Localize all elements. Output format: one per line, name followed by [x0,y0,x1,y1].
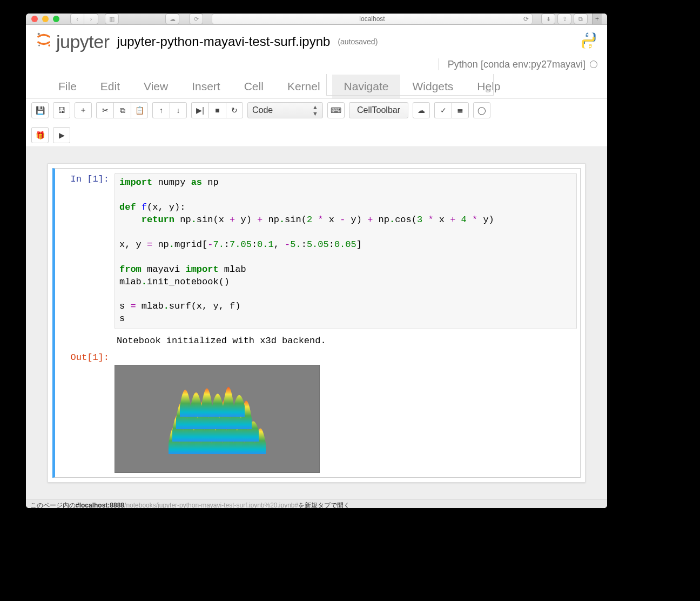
output-prompt: Out[1]: [55,349,115,363]
kernel-name[interactable]: Python [conda env:py27mayavi] [448,59,585,70]
youtube-icon[interactable]: ▶ [53,127,70,143]
cut-button[interactable]: ✂ [96,102,113,118]
autosave-status: (autosaved) [338,37,378,46]
svg-point-0 [38,33,40,35]
save-alt-button[interactable]: 🖫 [53,102,70,118]
input-prompt: In [1]: [55,171,115,475]
reload-icon[interactable]: ⟳ [523,15,529,23]
svg-point-1 [48,44,50,46]
gift-icon[interactable]: 🎁 [31,127,49,143]
surface-plot-icon [147,373,287,465]
move-down-button[interactable]: ↓ [170,102,187,118]
status-suffix: を新規タブで開く [298,502,350,508]
save-button[interactable]: 💾 [31,102,49,118]
status-prefix: このページ内の [30,502,76,508]
menu-widgets[interactable]: Widgets [400,75,465,98]
browser-window: ‹ › ▥ ☁ ⟳ localhost ⟳ ⬇ ⇪ ⧉ + [26,14,607,508]
restart-button[interactable]: ↻ [226,102,243,118]
jupyter-logo-icon [35,30,53,53]
forward-button[interactable]: › [84,14,98,24]
menu-edit[interactable]: Edit [89,75,132,98]
back-button[interactable]: ‹ [70,14,84,24]
github-icon[interactable]: ◯ [473,102,490,118]
status-host: #localhost:8888 [76,502,124,508]
svg-point-2 [38,45,40,46]
stop-button[interactable]: ■ [208,102,226,118]
notebook-scroll-area[interactable]: In [1]: import numpy as np def f(x, y): … [26,147,607,499]
status-path: /notebooks/jupyter-python-mayavi-test-su… [124,502,298,508]
cell-toolbar-label: CellToolbar [357,105,400,115]
kernel-status-idle-icon[interactable] [590,61,597,68]
run-button[interactable]: ▶| [191,102,208,118]
toolbar: 💾 🖫 ＋ ✂ ⧉ 📋 ↑ ↓ ▶| ■ ↻ Code ▲▼ ⌨ [26,99,607,147]
move-up-button[interactable]: ↑ [152,102,170,118]
keyboard-icon[interactable]: ⌨ [327,102,345,118]
output-text: Notebook initialized with x3d backend. [115,329,577,349]
mayavi-3d-output[interactable] [115,365,320,473]
kernel-divider [439,58,439,70]
kernel-indicator-row: Python [conda env:py27mayavi] [26,55,607,75]
list-icon[interactable]: ≣ [452,102,469,118]
menu-insert[interactable]: Insert [180,75,232,98]
menu-navigate[interactable]: Navigate [332,75,401,98]
copy-button[interactable]: ⧉ [113,102,131,118]
share-icon[interactable]: ⇪ [557,14,571,24]
maximize-window-icon[interactable] [53,16,59,22]
close-window-icon[interactable] [31,16,38,22]
cell-toolbar-button[interactable]: CellToolbar [349,102,408,118]
svg-point-4 [589,45,591,47]
downloads-icon[interactable]: ⬇ [541,14,555,24]
dropdown-icon: ▲▼ [312,104,318,117]
sidebar-toggle-icon[interactable]: ▥ [105,14,119,24]
jupyter-logo[interactable]: jupyter [35,30,110,53]
menu-kernel[interactable]: Kernel [275,75,332,98]
tabs-icon[interactable]: ⧉ [574,14,588,24]
code-cell[interactable]: In [1]: import numpy as np def f(x, y): … [52,168,581,478]
menu-help[interactable]: Help [465,75,512,98]
svg-point-3 [587,34,588,36]
add-cell-button[interactable]: ＋ [75,102,92,118]
cell-type-value: Code [252,105,273,115]
cloud-upload-icon[interactable]: ☁ [413,102,430,118]
cell-type-select[interactable]: Code ▲▼ [247,102,323,118]
new-tab-button[interactable]: + [592,14,602,24]
jupyter-page: jupyter jupyter-python-mayavi-test-surf.… [26,25,607,508]
reader-icon[interactable]: ☁ [165,14,179,24]
menu-view[interactable]: View [132,75,180,98]
refresh-alt-icon[interactable]: ⟳ [189,14,203,24]
browser-statusbar: このページ内の#localhost:8888/notebooks/jupyter… [26,499,607,508]
address-text: localhost [359,15,385,23]
window-controls [31,16,59,22]
minimize-window-icon[interactable] [42,16,49,22]
brush-icon[interactable]: ✓ [434,102,452,118]
jupyter-header: jupyter jupyter-python-mayavi-test-surf.… [26,25,607,55]
menu-cell[interactable]: Cell [232,75,275,98]
nav-back-forward: ‹ › [70,14,98,24]
paste-button[interactable]: 📋 [131,102,148,118]
code-input-area[interactable]: import numpy as np def f(x, y): return n… [115,173,577,329]
menubar: FileEditViewInsertCellKernelNavigateWidg… [26,75,607,99]
python-logo-icon [579,31,598,52]
address-bar[interactable]: localhost ⟳ [212,14,533,24]
notebook-container: In [1]: import numpy as np def f(x, y): … [48,163,585,483]
browser-titlebar: ‹ › ▥ ☁ ⟳ localhost ⟳ ⬇ ⇪ ⧉ + [26,14,607,25]
jupyter-logo-text: jupyter [56,31,110,52]
notebook-name[interactable]: jupyter-python-mayavi-test-surf.ipynb [117,34,331,49]
menu-file[interactable]: File [46,75,89,98]
